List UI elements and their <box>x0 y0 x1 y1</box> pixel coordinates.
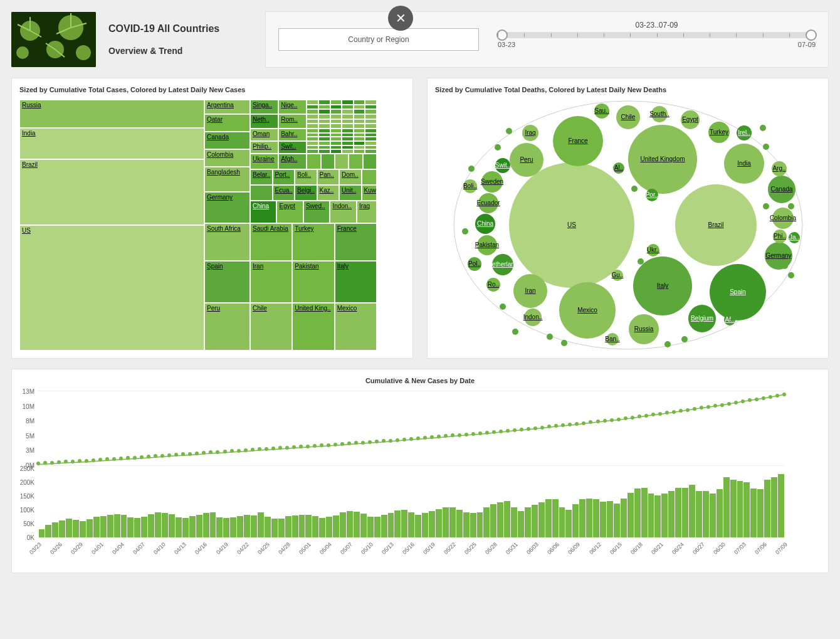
treemap-cell[interactable]: United King.. <box>292 303 334 351</box>
bar[interactable] <box>429 511 435 537</box>
treemap-cell[interactable] <box>362 169 377 185</box>
treemap-cell[interactable] <box>354 109 365 114</box>
bar[interactable] <box>757 489 764 537</box>
treemap-cell[interactable] <box>354 124 365 129</box>
bubble-label[interactable]: Russia <box>634 325 653 332</box>
bar[interactable] <box>155 512 161 537</box>
bar[interactable] <box>518 511 524 537</box>
treemap-cell[interactable] <box>307 109 318 114</box>
bar[interactable] <box>600 502 606 537</box>
bar[interactable] <box>477 512 483 537</box>
bubble-label[interactable]: Pol.. <box>468 260 480 267</box>
treemap-cell[interactable] <box>354 105 365 110</box>
bar[interactable] <box>675 488 681 537</box>
bar[interactable] <box>203 513 209 537</box>
bar[interactable] <box>176 517 182 537</box>
treemap-cell[interactable] <box>342 109 354 114</box>
country-selector[interactable]: Country or Region <box>278 28 479 51</box>
bar[interactable] <box>292 515 298 537</box>
bar[interactable] <box>689 485 695 537</box>
treemap-cell[interactable] <box>365 149 377 154</box>
bar[interactable] <box>436 509 442 537</box>
bubble-label[interactable]: Iran <box>525 287 535 294</box>
treemap-cell[interactable] <box>354 145 365 150</box>
treemap-cell[interactable] <box>365 100 377 105</box>
bar[interactable] <box>360 514 367 537</box>
treemap-cell[interactable] <box>354 149 365 154</box>
treemap-cell[interactable]: Oman <box>250 129 278 141</box>
treemap-cell[interactable] <box>365 124 377 129</box>
bar[interactable] <box>415 515 421 537</box>
treemap-cell[interactable]: Argentina <box>204 100 250 114</box>
treemap-cell[interactable]: Saudi Arabia <box>250 223 292 261</box>
treemap-cell[interactable]: Russia <box>19 100 204 128</box>
bar[interactable] <box>312 516 318 537</box>
treemap-cell[interactable] <box>342 119 354 124</box>
bar[interactable] <box>381 515 387 537</box>
treemap-cell[interactable]: Swit.. <box>278 141 307 154</box>
bar[interactable] <box>162 513 168 537</box>
bubble-label[interactable]: Gu.. <box>611 272 623 278</box>
treemap-cell[interactable] <box>330 114 342 119</box>
treemap-cell[interactable] <box>307 149 318 154</box>
bar[interactable] <box>778 474 784 537</box>
treemap-cell[interactable] <box>318 124 330 129</box>
bar[interactable] <box>251 515 257 537</box>
bubble-label[interactable]: Ro.. <box>487 281 498 288</box>
treemap-cell[interactable] <box>365 114 377 119</box>
bar[interactable] <box>463 512 470 537</box>
treemap-cell[interactable] <box>318 119 330 124</box>
treemap-cell[interactable] <box>318 109 330 114</box>
treemap-cell[interactable]: Iraq <box>357 201 377 223</box>
bar[interactable] <box>614 504 620 537</box>
treemap-cell[interactable] <box>318 100 330 105</box>
treemap-cell[interactable] <box>307 114 318 119</box>
bubble-label[interactable]: Phi.. <box>773 233 785 240</box>
bubble-label[interactable]: China <box>476 220 493 227</box>
treemap-cell[interactable] <box>318 129 330 133</box>
bar[interactable] <box>737 481 743 537</box>
bar[interactable] <box>771 477 777 537</box>
treemap-cell[interactable] <box>330 149 342 154</box>
bar[interactable] <box>443 507 449 537</box>
bubble-label[interactable]: Boli.. <box>463 182 476 189</box>
treemap-cell[interactable]: Neth.. <box>250 114 278 129</box>
treemap-cell[interactable]: Canada <box>204 132 250 149</box>
bar[interactable] <box>299 515 305 537</box>
treemap-cell[interactable] <box>349 154 362 169</box>
treemap-cell[interactable]: Chile <box>250 303 292 351</box>
bubble-label[interactable]: Pakistan <box>475 241 498 248</box>
treemap-cell[interactable] <box>307 133 318 137</box>
bar[interactable] <box>743 482 750 537</box>
treemap-cell[interactable] <box>354 137 365 141</box>
treemap-cell[interactable]: Philip.. <box>250 141 278 154</box>
bar[interactable] <box>668 491 675 537</box>
treemap-cell[interactable] <box>330 109 342 114</box>
treemap-cell[interactable] <box>365 105 377 110</box>
treemap-cell[interactable] <box>318 105 330 110</box>
bar[interactable] <box>244 515 250 537</box>
treemap-cell[interactable]: Turkey <box>292 223 334 261</box>
bubble-label[interactable]: Irel.. <box>738 129 750 136</box>
bubble-label[interactable]: Peru <box>520 156 533 163</box>
treemap-cell[interactable] <box>318 141 330 145</box>
bar[interactable] <box>641 488 648 537</box>
treemap-cell[interactable] <box>250 185 273 201</box>
bubble-label[interactable]: Al.. <box>614 164 622 171</box>
bar[interactable] <box>497 502 503 537</box>
treemap-cell[interactable]: Egypt <box>276 201 303 223</box>
treemap-cell[interactable]: Dom.. <box>339 169 362 185</box>
bar[interactable] <box>654 495 661 537</box>
bubble-label[interactable]: Netherlan.. <box>487 261 518 268</box>
treemap-cell[interactable]: Iran <box>250 261 292 303</box>
bar[interactable] <box>326 517 332 537</box>
bubble-label[interactable]: Germany <box>765 252 791 259</box>
bar[interactable] <box>258 512 264 537</box>
treemap-cell[interactable]: South Africa <box>204 223 250 261</box>
treemap-cell[interactable] <box>330 129 342 133</box>
treemap-cell[interactable]: US <box>19 225 204 351</box>
bar[interactable] <box>278 519 285 537</box>
bar[interactable] <box>408 512 414 537</box>
treemap-cell[interactable] <box>354 100 365 105</box>
treemap-cell[interactable]: Kuw.. <box>362 185 377 201</box>
